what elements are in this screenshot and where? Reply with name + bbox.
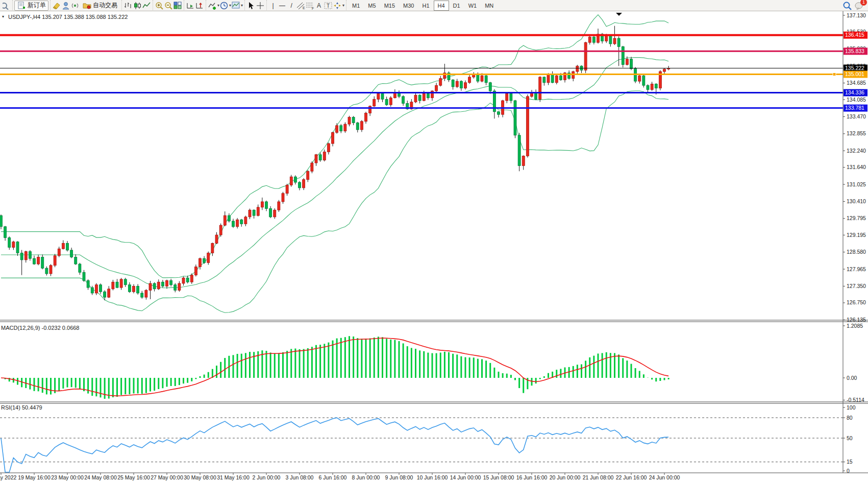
svg-text:80: 80	[847, 415, 853, 421]
symbol-dropdown-arrow-icon[interactable]: ▾	[2, 14, 4, 19]
toolbar-group-drawings: | — / E F A T ▾	[266, 0, 346, 11]
new-order-icon	[17, 1, 26, 10]
svg-text:135.001: 135.001	[845, 71, 864, 77]
svg-text:50: 50	[847, 435, 853, 441]
svg-text:22 Jun 16:00: 22 Jun 16:00	[616, 474, 647, 480]
autoscroll-icon[interactable]	[186, 1, 195, 10]
crosshair-icon[interactable]	[256, 1, 265, 10]
macd-panel	[1, 336, 668, 399]
svg-text:24 May 08:00: 24 May 08:00	[84, 474, 117, 480]
timeframe-button-m30[interactable]: M30	[399, 1, 418, 11]
mt4-window: { "toolbar": { "new_order_label": "新订单",…	[0, 0, 868, 481]
svg-text:T: T	[327, 3, 330, 9]
new-order-label: 新订单	[28, 1, 46, 10]
svg-text:18 May 2022: 18 May 2022	[0, 474, 17, 480]
svg-text:134.685: 134.685	[847, 80, 866, 86]
cursor-icon[interactable]	[246, 1, 256, 10]
timeframe-button-h4[interactable]: H4	[434, 1, 449, 11]
toolbar-group-cursor	[244, 0, 266, 11]
timeframe-button-m5[interactable]: M5	[364, 1, 380, 11]
timeframe-toolbar: M1M5M15M30H1H4D1W1MN	[346, 0, 499, 11]
svg-text:15: 15	[847, 459, 853, 465]
chart-shift-icon[interactable]	[195, 1, 204, 10]
svg-text:-0.5114: -0.5114	[847, 397, 864, 403]
svg-text:133.470: 133.470	[847, 113, 866, 119]
zoom-out-icon[interactable]	[164, 1, 173, 10]
svg-text:9 Jun 08:00: 9 Jun 08:00	[385, 474, 413, 480]
text-label-icon[interactable]: T	[324, 1, 333, 10]
bar-chart-icon[interactable]	[123, 1, 133, 10]
chart-canvas[interactable]: 137.130136.530135.920135.300134.685134.0…	[0, 0, 868, 481]
rsi-panel	[0, 418, 843, 472]
timeframe-button-m1[interactable]: M1	[348, 1, 364, 11]
svg-text:136.415: 136.415	[845, 32, 864, 38]
macd-indicator-label: MACD(12,26,9) -0.0232 0.0668	[1, 325, 79, 331]
timeframe-button-m15[interactable]: M15	[380, 1, 399, 11]
equidistant-channel-icon[interactable]: E	[296, 1, 305, 10]
svg-text:134.336: 134.336	[845, 89, 864, 95]
arrows-tool-icon[interactable]	[333, 1, 342, 10]
vertical-line-icon[interactable]: |	[268, 1, 278, 10]
toolbar-group-objects: ▾ ▾ ▾	[206, 0, 244, 11]
periods-clock-icon[interactable]	[219, 1, 229, 10]
candlestick-chart-icon[interactable]	[133, 1, 142, 10]
search-icon[interactable]	[842, 1, 852, 10]
templates-caret-icon[interactable]: ▾	[241, 3, 243, 8]
new-order-button[interactable]: 新订单	[14, 1, 48, 11]
svg-text:19 May 16:00: 19 May 16:00	[18, 474, 51, 480]
svg-text:135.222: 135.222	[845, 65, 864, 71]
horizontal-line-icon[interactable]: —	[278, 1, 287, 10]
tile-windows-icon[interactable]	[173, 1, 182, 10]
price-panel	[0, 15, 670, 312]
autotrade-button[interactable]: 自动交易	[80, 1, 120, 11]
line-chart-icon[interactable]	[142, 1, 151, 10]
toolbar-group-order: 新订单	[12, 0, 50, 11]
timeframe-button-mn[interactable]: MN	[481, 1, 498, 11]
trendline-icon[interactable]: /	[287, 1, 296, 10]
zoom-in-icon[interactable]	[155, 1, 164, 10]
svg-text:6 Jun 16:00: 6 Jun 16:00	[319, 474, 347, 480]
timeframe-button-d1[interactable]: D1	[449, 1, 464, 11]
fibonacci-icon[interactable]: F	[305, 1, 314, 10]
svg-text:30 May 08:00: 30 May 08:00	[184, 474, 216, 480]
svg-text:31 May 16:00: 31 May 16:00	[217, 474, 250, 480]
price-axis[interactable]: 137.130136.530135.920135.300134.685134.0…	[843, 12, 866, 323]
timeframe-button-h1[interactable]: H1	[418, 1, 433, 11]
rsi-line	[1, 418, 668, 472]
text-tool-icon[interactable]: A	[314, 1, 324, 10]
svg-text:137.130: 137.130	[847, 12, 866, 18]
svg-text:129.795: 129.795	[847, 215, 866, 221]
svg-text:10 Jun 16:00: 10 Jun 16:00	[417, 474, 448, 480]
svg-text:131.640: 131.640	[847, 164, 866, 170]
svg-text:0.00: 0.00	[847, 375, 857, 381]
main-toolbar: 新订单 自动交易	[0, 0, 868, 11]
templates-icon[interactable]	[231, 1, 240, 10]
svg-text:0: 0	[847, 468, 850, 474]
svg-text:23 May 00:00: 23 May 00:00	[51, 474, 84, 480]
signals-icon[interactable]	[70, 1, 80, 10]
market-watch-icon[interactable]	[2, 1, 11, 10]
svg-text:127.965: 127.965	[847, 266, 866, 272]
notifications-chat-icon[interactable]: 1	[855, 1, 864, 10]
svg-text:132.855: 132.855	[847, 130, 866, 136]
timeframe-button-w1[interactable]: W1	[464, 1, 481, 11]
svg-text:2 Jun 00:00: 2 Jun 00:00	[253, 474, 281, 480]
svg-text:130.410: 130.410	[847, 198, 866, 204]
indicators-add-icon[interactable]	[208, 1, 217, 10]
time-axis[interactable]: 18 May 202219 May 16:0023 May 00:0024 Ma…	[0, 473, 680, 480]
svg-text:24 Jun 00:00: 24 Jun 00:00	[649, 474, 680, 480]
svg-text:135.833: 135.833	[845, 48, 864, 54]
svg-text:126.135: 126.135	[847, 317, 866, 323]
chart-shift-marker[interactable]	[616, 13, 622, 16]
arrows-caret-icon[interactable]: ▾	[342, 3, 344, 8]
toolbar-group-charttype	[121, 0, 153, 11]
rsi-indicator-label: RSI(14) 50.4479	[1, 404, 42, 411]
bollinger-band-u	[1, 15, 668, 278]
toolbar-group-services: 自动交易	[50, 0, 121, 11]
svg-text:127.350: 127.350	[847, 283, 866, 289]
eraser-icon[interactable]	[52, 1, 61, 10]
bollinger-band-l	[1, 91, 668, 313]
community-icon[interactable]	[61, 1, 70, 10]
chart-title: USDJPY-,H4 135.207 135.388 135.088 135.2…	[8, 14, 128, 20]
svg-text:27 May 00:00: 27 May 00:00	[151, 474, 183, 480]
